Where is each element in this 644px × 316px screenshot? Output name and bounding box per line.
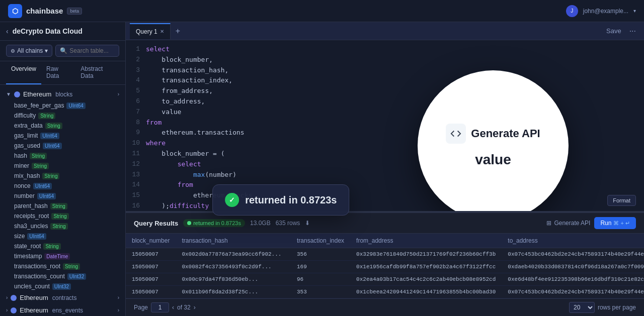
query-tabs: Query 1 ✕ + [130,23,184,39]
user-area[interactable]: J john@example... ▾ [566,5,636,17]
tree-group-ens-events: › Ethereum ens_events › [0,304,125,316]
field-transactions_count[interactable]: transactions_count UInt32 [14,271,125,281]
query-tab-label: Query 1 [136,28,157,35]
tree-parent-ens-events[interactable]: › Ethereum ens_events › [0,304,125,316]
blocks-children: base_fee_per_gas UInt64 difficulty Strin… [0,100,125,291]
page-label: Page [134,304,148,311]
generate-api-button[interactable]: ⊞ Generate API [546,220,590,227]
cell-block-number: 15050007 [126,248,176,261]
run-label: Run [600,220,611,227]
search-input[interactable] [69,47,115,54]
cell-block-number: 15050007 [126,273,176,286]
search-box[interactable]: 🔍 [55,45,119,57]
field-nonce[interactable]: nonce UInt64 [14,181,125,191]
close-icon[interactable]: ✕ [160,29,164,34]
status-badge: returned in 0.8723s [183,219,245,227]
field-gas_limit[interactable]: gas_limit UInt64 [14,131,125,141]
field-base_fee_per_gas[interactable]: base_fee_per_gas UInt64 [14,100,125,111]
cell-block-number: 15050007 [126,261,176,273]
field-number[interactable]: number UInt64 [14,191,125,201]
col-to: to_address [502,234,644,248]
field-state_root[interactable]: state_root String [14,241,125,251]
add-tab-button[interactable]: + [172,25,184,38]
chain-filter-dropdown[interactable]: ⚙ All chains ▾ [6,45,52,57]
cell-to: 0x07c453bc0462bd2e24cb475893174b40e29f44… [502,286,644,298]
code-content[interactable]: select block_number, transaction_hash, t… [146,44,644,207]
tab-raw-data[interactable]: Raw Data [41,61,75,84]
field-sha3_uncles[interactable]: sha3_uncles String [14,221,125,231]
cell-block-number: 15050007 [126,286,176,298]
collapse-icon: ▼ [6,91,11,97]
rows-per-page-label: rows per page [598,304,636,311]
table-row: 15050007 0x0082f4c37356493f0c2d9f... 169… [126,261,644,273]
field-extra_data[interactable]: extra_data String [14,121,125,131]
status-text: returned in 0.8723s [193,220,241,226]
prev-page-button[interactable]: ‹ [172,304,174,311]
table-label: ens_events [52,307,83,314]
chain-filter-label: All chains [17,47,43,54]
run-button[interactable]: Run ⌘ + ↵ [594,217,636,229]
results-header: Query Results returned in 0.8723s 13.0GB… [126,213,644,234]
next-page-button[interactable]: › [194,304,196,311]
cell-tx-index: 169 [291,261,350,273]
content-area: Query 1 ✕ + Save ··· 1234567891011121314… [126,22,644,316]
page-input[interactable] [151,302,169,312]
code-editor[interactable]: 12345678910111213141516 select block_num… [126,40,644,211]
tree-parent-contracts[interactable]: › Ethereum contracts › [0,291,125,304]
back-button[interactable]: ‹ [6,27,9,35]
download-icon[interactable]: ⬇ [305,220,310,227]
table-label: blocks [55,91,72,98]
cell-from: 0x2ea4a03b17cac54c4c2c6c2ab40ebcb08e8952… [350,273,502,286]
more-options-button[interactable]: ··· [629,27,636,36]
field-gas_used[interactable]: gas_used UInt64 [14,141,125,151]
field-receipts_root[interactable]: receipts_root String [14,211,125,221]
cell-tx-hash: 0x002d0a77876a73ea99cc6f902... [176,248,291,261]
tab-overview[interactable]: Overview [6,61,41,84]
table-row: 15050007 0x011b96f8da2d38f25c... 353 0x1… [126,286,644,298]
chain-label: Ethereum [23,90,51,98]
chain-label: Ethereum [20,306,48,314]
tree-parent-blocks[interactable]: ▼ Ethereum blocks › [0,88,125,100]
expand-icon: › [118,295,119,300]
field-parent_hash[interactable]: parent_hash String [14,201,125,211]
avatar: J [566,5,578,17]
field-difficulty[interactable]: difficulty String [14,111,125,121]
chevron-down-icon[interactable]: ▾ [633,8,636,14]
field-mix_hash[interactable]: mix_hash String [14,171,125,181]
search-icon: 🔍 [60,47,67,54]
query-tabs-bar: Query 1 ✕ + Save ··· [126,22,644,40]
query-actions: Save ··· [598,22,640,40]
tree-scroll: ▼ Ethereum blocks › base_fee_per_gas UIn… [0,85,125,316]
results-table: block_number transaction_hash transactio… [126,234,644,298]
eth-icon [11,295,17,301]
run-shortcut: ⌘ + ↵ [613,220,630,227]
format-button[interactable]: Format [607,195,636,206]
save-button[interactable]: Save [602,25,625,37]
table-row: 15050007 0x002d0a77876a73ea99cc6f902... … [126,248,644,261]
cell-tx-hash: 0x011b96f8da2d38f25c... [176,286,291,298]
field-size[interactable]: size UInt64 [14,231,125,241]
query-tab-1[interactable]: Query 1 ✕ [130,23,171,39]
tree-group-contracts: › Ethereum contracts › [0,291,125,304]
col-tx-hash: transaction_hash [176,234,291,248]
sidebar-header: ‹ deCrypto Data Cloud [0,22,125,41]
eth-icon [11,307,17,313]
expand-icon: › [118,307,119,313]
field-miner[interactable]: miner String [14,161,125,171]
table-label: contracts [52,294,77,301]
line-numbers: 12345678910111213141516 [126,44,146,207]
field-hash[interactable]: hash String [14,151,125,161]
rows-per-page-select[interactable]: 20 50 100 [569,302,595,313]
field-transactions_root[interactable]: transactions_root String [14,261,125,271]
result-rows: 635 rows [276,220,300,227]
tab-abstract-data[interactable]: Abstract Data [75,61,119,84]
filter-icon: ⚙ [11,48,15,54]
field-timestamp[interactable]: timestamp DateTime [14,251,125,261]
sidebar-title: deCrypto Data Cloud [13,27,83,35]
sidebar-tabs: Overview Raw Data Abstract Data [0,61,125,85]
col-tx-index: transaction_index [291,234,350,248]
table-row: 15050007 0x00c97da47f836d50eb... 96 0x2e… [126,273,644,286]
field-uncles_count[interactable]: uncles_count UInt32 [14,281,125,291]
col-from: from_address [350,234,502,248]
app-logo: ⬡ [8,4,22,18]
